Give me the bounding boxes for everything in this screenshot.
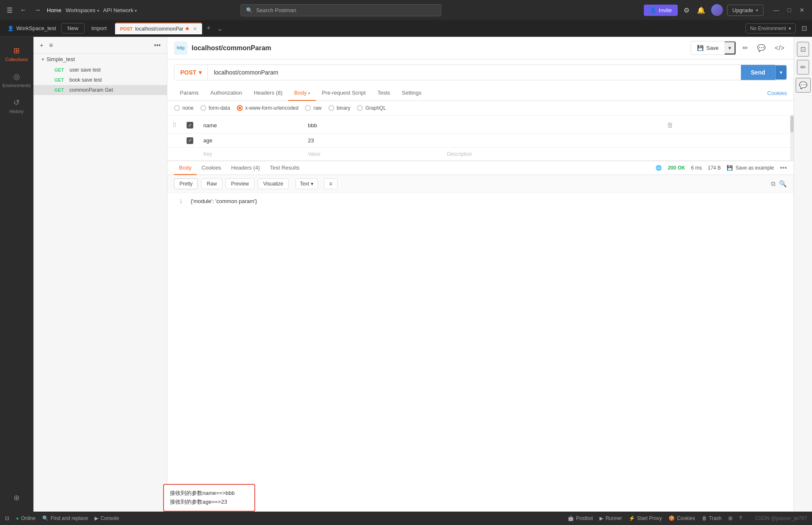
search-response-button[interactable]: 🔍 — [779, 180, 787, 188]
help-button[interactable]: ? — [739, 515, 742, 521]
import-button[interactable]: Import — [87, 23, 111, 33]
maximize-button[interactable]: □ — [785, 6, 794, 14]
collection-filter-button[interactable]: ≡ — [48, 40, 54, 50]
collection-item-book-save[interactable]: GET book save test — [33, 75, 167, 85]
runner-button[interactable]: ▶ Runner — [599, 515, 622, 521]
nav-forward[interactable]: → — [33, 5, 43, 15]
nav-back[interactable]: ← — [18, 5, 28, 15]
tab-authorization[interactable]: Authorization — [205, 85, 248, 101]
format-raw-button[interactable]: Raw — [201, 178, 222, 189]
resp-tab-cookies[interactable]: Cookies — [197, 161, 226, 175]
delete-row-2-button[interactable] — [664, 142, 669, 143]
postbot-button[interactable]: 🤖 Postbot — [568, 515, 593, 521]
response-more-button[interactable]: ••• — [780, 164, 787, 172]
radio-graphql[interactable]: GraphQL — [357, 105, 386, 111]
avatar[interactable] — [711, 4, 723, 16]
radio-none[interactable]: none — [174, 105, 194, 111]
url-input[interactable] — [208, 65, 741, 80]
right-sidebar-icon-3[interactable]: 💬 — [796, 78, 811, 93]
format-preview-button[interactable]: Preview — [225, 178, 254, 189]
minimize-button[interactable]: — — [771, 6, 782, 14]
invite-button[interactable]: 👤 Invite — [644, 5, 678, 16]
delete-row-1-button[interactable]: 🗑 — [664, 121, 676, 130]
copy-response-button[interactable]: ⧉ — [771, 180, 776, 188]
bottom-right: 🤖 Postbot ▶ Runner ⚡ Start Proxy 🍪 Cooki… — [568, 515, 807, 521]
add-collection-button[interactable]: + — [38, 40, 45, 50]
tab-body[interactable]: Body ● — [288, 85, 316, 101]
scroll-track[interactable] — [790, 116, 794, 161]
cookies-bottom-button[interactable]: 🍪 Cookies — [669, 515, 695, 521]
tab-pre-request[interactable]: Pre-request Script — [316, 85, 371, 101]
trash-button[interactable]: 🗑 Trash — [702, 515, 722, 521]
notifications-button[interactable]: 🔔 — [695, 5, 707, 16]
collection-simple-test[interactable]: ▾ Simple_test — [33, 54, 167, 65]
search-bar[interactable]: 🔍 Search Postman — [241, 4, 441, 16]
row-1-checkbox[interactable] — [187, 122, 193, 129]
method-selector[interactable]: POST ▾ — [174, 65, 208, 80]
sidebar-item-extensions[interactable]: ⊕ — [2, 489, 31, 507]
edit-button[interactable]: ✏ — [740, 41, 751, 54]
sidebar-toggle-button[interactable]: ⊡ — [800, 23, 809, 34]
drag-handle-2[interactable] — [167, 134, 182, 148]
scroll-thumb[interactable] — [790, 116, 794, 132]
find-replace-button[interactable]: 🔍 Find and replace — [42, 515, 88, 521]
comment-button[interactable]: 💬 — [755, 41, 768, 54]
checkbox-cell-2[interactable] — [182, 134, 198, 148]
resp-tab-test-results[interactable]: Test Results — [265, 161, 305, 175]
add-tab-button[interactable]: + — [203, 24, 214, 33]
collection-item-user-save[interactable]: GET user save test — [33, 65, 167, 75]
radio-raw[interactable]: raw — [305, 105, 321, 111]
console-button[interactable]: ▶ Console — [95, 515, 119, 521]
upgrade-button[interactable]: Upgrade ▾ — [727, 5, 763, 16]
checkbox-cell[interactable] — [182, 117, 198, 134]
home-link[interactable]: Home — [47, 7, 61, 13]
search-placeholder: Search Postman — [256, 7, 296, 13]
value-placeholder[interactable]: Value — [303, 147, 442, 160]
save-dropdown-button[interactable]: ▾ — [725, 41, 735, 54]
format-visualize-button[interactable]: Visualize — [258, 178, 289, 189]
wrap-button[interactable]: ≡ — [324, 178, 338, 189]
tab-settings[interactable]: Settings — [396, 85, 428, 101]
key-placeholder[interactable]: Key — [198, 147, 303, 160]
right-sidebar-icon-2[interactable]: ✏ — [797, 60, 809, 75]
tab-tests[interactable]: Tests — [371, 85, 396, 101]
resp-tab-body[interactable]: Body — [174, 161, 197, 175]
collection-more-button[interactable]: ••• — [153, 40, 162, 50]
save-button[interactable]: 💾 Save — [691, 42, 725, 54]
new-button[interactable]: New — [61, 23, 85, 33]
layout-button[interactable]: ⊞ — [728, 515, 733, 521]
environment-selector[interactable]: No Environment ▾ — [745, 23, 796, 33]
sidebar-item-collections[interactable]: ⊞ Collections — [2, 42, 31, 66]
radio-urlencoded[interactable]: x-www-form-urlencoded — [237, 105, 298, 111]
collection-item-common-param[interactable]: GET commonParam Get — [33, 85, 167, 95]
code-button[interactable]: </> — [772, 42, 787, 54]
send-dropdown-button[interactable]: ▾ — [775, 65, 786, 80]
response-type-selector[interactable]: Text ▾ — [295, 178, 318, 189]
tab-close-icon[interactable]: ✕ — [193, 26, 197, 32]
row-2-checkbox[interactable] — [187, 137, 193, 144]
tab-headers[interactable]: Headers (8) — [248, 85, 289, 101]
desc-placeholder[interactable]: Description — [442, 147, 659, 160]
tab-overflow-button[interactable]: ⌄ — [215, 24, 225, 33]
key-cell-2: age — [198, 134, 303, 148]
tab-params[interactable]: Params — [174, 85, 205, 101]
radio-form-data[interactable]: form-data — [200, 105, 230, 111]
settings-button[interactable]: ⚙ — [682, 5, 691, 16]
radio-binary[interactable]: binary — [328, 105, 351, 111]
send-button[interactable]: Send — [741, 65, 775, 80]
api-network-link[interactable]: API Network ▾ — [103, 7, 137, 13]
right-sidebar-icon-1[interactable]: ⊡ — [797, 42, 809, 57]
start-proxy-button[interactable]: ⚡ Start Proxy — [629, 515, 662, 521]
cookies-link[interactable]: Cookies — [767, 90, 787, 96]
format-pretty-button[interactable]: Pretty — [174, 178, 198, 189]
hamburger-menu[interactable]: ☰ — [5, 5, 14, 16]
sidebar-item-environments[interactable]: ◎ Environments — [2, 68, 31, 92]
close-button[interactable]: ✕ — [797, 6, 807, 14]
save-example-button[interactable]: 💾 Save as example — [727, 165, 774, 171]
resp-tab-headers[interactable]: Headers (4) — [226, 161, 265, 175]
sidebar-item-history[interactable]: ↺ History — [2, 94, 31, 118]
workspaces-link[interactable]: Workspaces ▾ — [66, 7, 99, 13]
drag-handle[interactable]: ⠿ — [167, 117, 182, 134]
sidebar-toggle-bottom[interactable]: ⊡ — [5, 515, 9, 521]
active-tab[interactable]: POST localhost/commonPar ✕ — [115, 23, 202, 34]
